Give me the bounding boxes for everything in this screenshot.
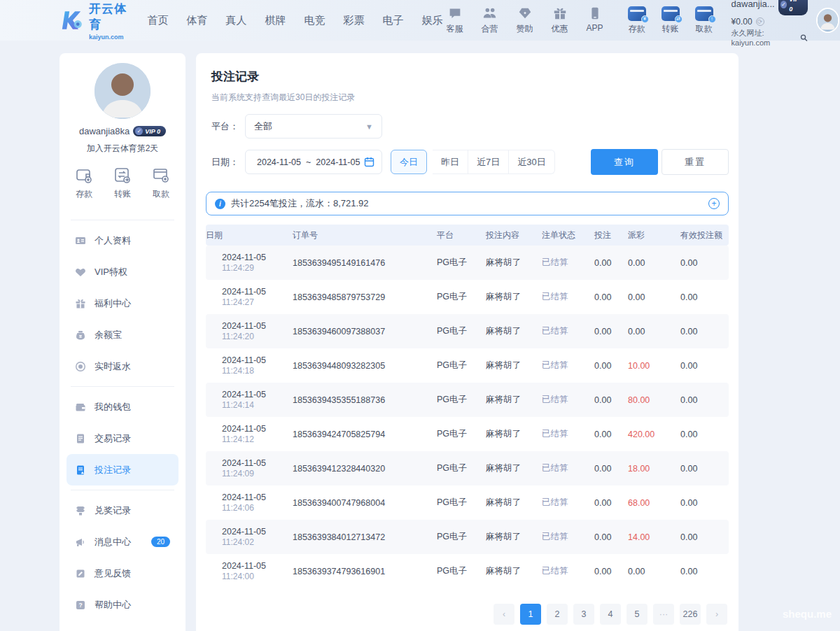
sidebar-item-vip[interactable]: VIP特权 [66, 256, 178, 288]
magnifier-icon[interactable] [800, 34, 808, 42]
brand-logo-icon [62, 7, 84, 34]
sidebar-item-transactions[interactable]: 交易记录 [66, 423, 178, 454]
quick-range-yesterday[interactable]: 昨日 [433, 150, 468, 174]
platform-select[interactable]: 全部 ▼ [245, 114, 382, 139]
phone-icon [587, 6, 603, 21]
sidebar-item-welfare[interactable]: 福利中心 [66, 288, 178, 319]
row-order-number: 1853639384012713472 [293, 532, 437, 542]
table-header-cell: 注单状态 [542, 229, 594, 241]
row-status: 已结算 [542, 325, 594, 337]
date-separator: ~ [306, 157, 311, 167]
sidebar-item-messages[interactable]: 消息中心 20 [66, 526, 178, 558]
nav-item[interactable]: 彩票 [344, 14, 365, 27]
transfer-button[interactable]: ⇄ 转账 [659, 6, 682, 35]
promotions-button[interactable]: 优惠 [548, 6, 572, 35]
calendar-icon [364, 157, 374, 167]
bet-records-table: 日期订单号平台投注内容注单状态投注派彩有效投注额 2024-11-05 11:2… [206, 225, 729, 588]
refresh-balance-icon[interactable]: ⟳ [756, 17, 764, 26]
brand-logo[interactable]: 开云体育 kaiyun.com [62, 1, 130, 41]
row-payout: 0.00 [628, 327, 680, 336]
withdraw-button[interactable]: ↑ 取款 [692, 6, 716, 35]
svg-text:?: ? [78, 602, 82, 609]
table-row: 2024-11-05 11:24:12 1853639424705825794 … [206, 417, 729, 451]
sidebar-item-yuebao[interactable]: 余额宝 [66, 319, 178, 350]
row-time: 11:24:09 [222, 469, 293, 479]
divider [71, 386, 174, 387]
table-header-cell: 有效投注额 [680, 229, 729, 241]
page-button[interactable]: 5 [626, 604, 648, 625]
sidebar-item-feedback[interactable]: 意见反馈 [66, 558, 178, 589]
vip-shield-icon: ✓ [135, 127, 143, 135]
profile-avatar[interactable] [94, 63, 150, 119]
row-platform: PG电子 [437, 462, 486, 474]
quick-range-7days[interactable]: 近7日 [468, 150, 509, 174]
customer-service-button[interactable]: 客服 [443, 6, 467, 35]
row-status: 已结算 [542, 497, 594, 509]
row-bet-amount: 0.00 [594, 464, 628, 474]
partnership-button[interactable]: 合营 [478, 6, 502, 35]
page-button[interactable]: 2 [547, 604, 568, 625]
balance-amount: ¥0.00 [732, 17, 752, 27]
page-button[interactable]: 3 [573, 604, 594, 625]
app-download-button[interactable]: APP [583, 6, 607, 35]
money-pot-icon [75, 329, 86, 341]
quick-range-today[interactable]: 今日 [391, 150, 427, 174]
row-bet-content: 麻将胡了 [486, 291, 542, 303]
user-avatar[interactable] [816, 8, 839, 33]
sidebar-deposit-button[interactable]: 存款 [75, 166, 93, 200]
table-row: 2024-11-05 11:24:18 1853639448093282305 … [206, 348, 729, 383]
sponsor-button[interactable]: 赞助 [513, 6, 537, 35]
sidebar-transfer-button[interactable]: 转账 [113, 166, 132, 200]
row-order-number: 1853639448093282305 [293, 361, 437, 371]
row-payout: 10.00 [628, 361, 680, 371]
platform-selected-value: 全部 [254, 120, 365, 133]
nav-item[interactable]: 首页 [148, 14, 169, 27]
sidebar-item-profile[interactable]: 个人资料 [66, 225, 178, 256]
gift-icon [552, 6, 568, 21]
page-button[interactable]: ··· [653, 604, 674, 625]
sidebar-item-bet-records[interactable]: 投注记录 [66, 454, 178, 485]
row-time: 11:24:29 [222, 263, 293, 274]
profile-username: dawanjia8ka [79, 126, 130, 136]
nav-item[interactable]: 娱乐 [422, 14, 443, 27]
user-info[interactable]: dawanjia... ✓VIP 0 ¥0.00 ⟳ 永久网址: kaiyun.… [732, 0, 808, 48]
row-time: 11:24:14 [222, 400, 293, 411]
sidebar-item-help[interactable]: ? 帮助中心 [66, 589, 178, 621]
vip-heart-icon [75, 267, 86, 278]
id-card-icon [75, 235, 86, 246]
row-status: 已结算 [542, 428, 594, 440]
table-row: 2024-11-05 11:24:09 1853639412328440320 … [206, 451, 729, 485]
quick-range-30days[interactable]: 近30日 [509, 150, 554, 174]
page-button[interactable]: 4 [600, 604, 621, 625]
sidebar-item-rebate[interactable]: 实时返水 [66, 350, 178, 382]
row-date: 2024-11-05 [222, 286, 293, 297]
row-order-number: 1853639374793616901 [293, 567, 437, 576]
sidebar-item-wallet[interactable]: 我的钱包 [66, 391, 178, 423]
platform-filter-label: 平台： [211, 120, 245, 133]
nav-item[interactable]: 真人 [226, 14, 247, 27]
page-button[interactable]: 226 [680, 604, 701, 625]
nav-item[interactable]: 体育 [187, 14, 208, 27]
row-platform: PG电子 [437, 565, 486, 577]
deposit-button[interactable]: ¥ 存款 [625, 6, 649, 35]
page-button[interactable]: ‹ [493, 604, 514, 625]
expand-plus-icon[interactable]: + [708, 198, 720, 209]
row-platform: PG电子 [437, 360, 486, 371]
page-button[interactable]: › [706, 604, 727, 625]
row-bet-content: 麻将胡了 [486, 565, 542, 577]
nav-item[interactable]: 电竞 [304, 14, 326, 27]
nav-item[interactable]: 棋牌 [265, 14, 286, 27]
pagination: ‹ 1 2 3 4 5 ··· 226 › [206, 604, 729, 625]
divider [71, 490, 174, 490]
nav-item[interactable]: 电子 [383, 14, 404, 27]
query-button[interactable]: 查询 [591, 149, 658, 175]
sidebar-item-prizes[interactable]: 兑奖记录 [66, 495, 178, 526]
row-order-number: 1853639435355188736 [293, 395, 437, 405]
date-range-picker[interactable]: 2024-11-05 ~ 2024-11-05 [245, 150, 382, 174]
row-valid-amount: 0.00 [680, 430, 729, 439]
row-payout: 14.00 [628, 532, 680, 542]
page-button[interactable]: 1 [520, 604, 541, 625]
reset-button[interactable]: 重置 [662, 149, 729, 175]
sidebar-withdraw-button[interactable]: 取款 [152, 166, 170, 200]
table-header-cell: 订单号 [293, 229, 437, 241]
